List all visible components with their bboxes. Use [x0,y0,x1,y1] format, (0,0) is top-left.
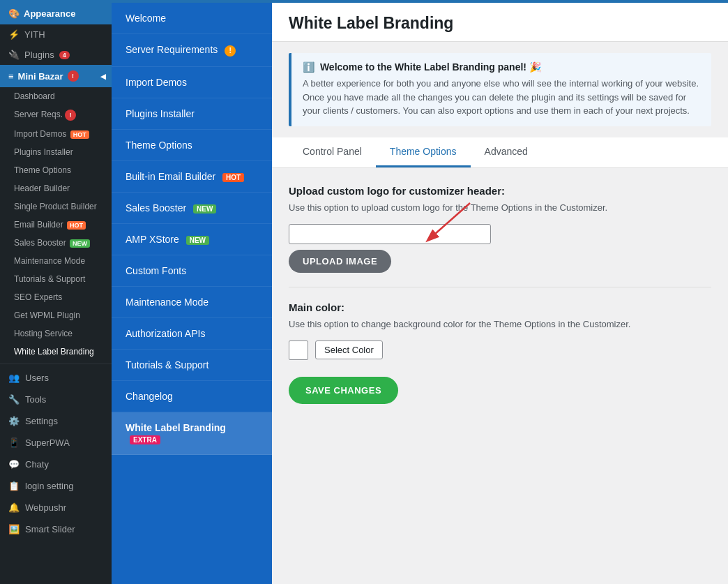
minibazar-icon: ≡ [8,71,14,82]
tab-advanced[interactable]: Advanced [471,137,542,167]
yith-icon: ⚡ [8,29,20,40]
sidebar-item-login-setting[interactable]: 📋 login setting [0,475,112,497]
sidebar-item-smart-slider[interactable]: 🖼️ Smart Slider [0,518,112,540]
import-demos-badge: HOT [70,130,89,139]
sidebar-item-tools[interactable]: 🔧 Tools [0,389,112,410]
tab-control-panel[interactable]: Control Panel [289,137,376,167]
sidebar-item-plugins[interactable]: 🔌 Plugins 4 [0,45,112,65]
sidebar-item-chaty[interactable]: 💬 Chaty [0,454,112,475]
main-header: White Label Branding [272,3,728,42]
middle-item-amp-xstore[interactable]: AMP XStore NEW [112,224,272,255]
server-reqs-badge: ! [65,110,76,121]
sidebar-item-dashboard[interactable]: Dashboard [0,87,112,105]
sidebar-divider-1 [0,364,112,364]
sidebar-item-yith[interactable]: ⚡ YITH [0,24,112,45]
appearance-label: Appearance [24,8,75,19]
webpushr-label: Webpushr [25,502,66,513]
server-req-exclamation: ! [225,45,236,57]
section-divider [289,287,711,287]
login-icon: 📋 [8,481,20,491]
settings-label: Settings [25,416,58,426]
sidebar-appearance-header[interactable]: 🎨 Appearance [0,3,112,24]
sidebar-item-superpwa[interactable]: 📱 SuperPWA [0,432,112,454]
yith-label: YITH [24,29,45,40]
upload-section-desc: Use this option to upload custom logo fo… [289,202,711,213]
smart-slider-icon: 🖼️ [8,524,20,534]
color-section-title: Main color: [289,301,711,313]
color-swatch[interactable] [289,340,308,360]
middle-item-server-requirements[interactable]: Server Requirements ! [112,34,272,67]
color-picker-row: Select Color [289,340,711,360]
sidebar-item-tutorials[interactable]: Tutorials & Support [0,270,112,288]
plugins-badge: 4 [59,51,70,59]
middle-item-plugins-installer[interactable]: Plugins Installer [112,98,272,130]
superpwa-icon: 📱 [8,437,20,448]
tools-label: Tools [25,394,46,405]
sidebar-item-server-reqs[interactable]: Server Reqs. ! [0,105,112,125]
sidebar-item-import-demos[interactable]: Import Demos HOT [0,125,112,143]
notice-info-icon: ℹ️ [303,61,314,73]
tab-theme-options[interactable]: Theme Options [376,137,471,167]
upload-section-title: Upload custom logo for customizer header… [289,185,711,197]
sidebar-item-users[interactable]: 👥 Users [0,367,112,389]
sidebar-item-sales-booster[interactable]: Sales Booster NEW [0,234,112,252]
sidebar-item-hosting[interactable]: Hosting Service [0,324,112,343]
sidebar-mini-bazar[interactable]: ≡ Mini Bazar ! [0,65,112,87]
upload-image-button[interactable]: UPLOAD IMAGE [289,250,391,273]
sidebar-item-plugins-installer[interactable]: Plugins Installer [0,143,112,161]
sidebar-item-seo-experts[interactable]: SEO Experts [0,288,112,306]
sidebar-item-white-label[interactable]: White Label Branding [0,343,112,361]
middle-item-theme-options[interactable]: Theme Options [112,130,272,161]
upload-section: Upload custom logo for customizer header… [289,185,711,273]
middle-item-maintenance-mode[interactable]: Maintenance Mode [112,287,272,318]
tools-icon: 🔧 [8,394,20,405]
middle-item-custom-fonts[interactable]: Custom Fonts [112,255,272,287]
upload-url-input[interactable] [289,224,491,244]
color-section: Main color: Use this option to change ba… [289,301,711,360]
sidebar-sub-items: Dashboard Server Reqs. ! Import Demos HO… [0,87,112,361]
middle-panel: Welcome Server Requirements ! Import Dem… [112,3,272,584]
appearance-icon: 🎨 [8,8,20,19]
email-builder-badge: HOT [67,221,86,230]
middle-item-changelog[interactable]: Changelog [112,381,272,412]
save-changes-button[interactable]: SAVE CHANGES [289,377,398,404]
middle-item-sales-booster[interactable]: Sales Booster NEW [112,193,272,224]
users-icon: 👥 [8,373,20,383]
color-section-desc: Use this option to change background col… [289,319,711,329]
webpushr-icon: 🔔 [8,502,20,513]
middle-item-welcome[interactable]: Welcome [112,3,272,34]
sidebar-item-email-builder[interactable]: Email Builder HOT [0,216,112,234]
chaty-label: Chaty [25,459,49,470]
minibazar-label: Mini Bazar [18,71,63,82]
main-content: White Label Branding ℹ️ Welcome to the W… [272,3,728,584]
sidebar-item-header-builder[interactable]: Header Builder [0,179,112,197]
minibazar-badge: ! [68,70,79,82]
sidebar-item-settings[interactable]: ⚙️ Settings [0,410,112,432]
email-builder-badge-middle: HOT [222,173,244,182]
sales-booster-badge-middle: NEW [193,204,216,214]
middle-item-authorization-apis[interactable]: Authorization APIs [112,318,272,350]
sidebar-item-maintenance-mode[interactable]: Maintenance Mode [0,252,112,270]
users-label: Users [25,373,49,383]
middle-item-white-label[interactable]: White Label Branding EXTRA [112,412,272,455]
chaty-icon: 💬 [8,459,20,470]
plugins-label: Plugins [24,50,54,60]
settings-icon: ⚙️ [8,416,20,426]
sidebar-item-wpml[interactable]: Get WPML Plugin [0,306,112,324]
tabs-row: Control Panel Theme Options Advanced [272,137,728,168]
welcome-notice: ℹ️ Welcome to the White Label Branding p… [289,53,711,126]
sidebar-item-theme-options[interactable]: Theme Options [0,161,112,179]
sidebar-item-single-product[interactable]: Single Product Builder [0,197,112,216]
white-label-badge: EXTRA [130,435,160,444]
amp-badge: NEW [186,236,209,245]
content-area: Upload custom logo for customizer header… [272,168,728,421]
select-color-button[interactable]: Select Color [315,340,383,359]
login-label: login setting [25,481,73,491]
middle-item-email-builder[interactable]: Built-in Email Builder HOT [112,161,272,193]
smart-slider-label: Smart Slider [25,524,75,534]
middle-item-tutorials-support[interactable]: Tutorials & Support [112,350,272,381]
middle-item-import-demos[interactable]: Import Demos [112,67,272,98]
sidebar-item-webpushr[interactable]: 🔔 Webpushr [0,497,112,518]
page-title: White Label Branding [289,14,711,33]
plugins-icon: 🔌 [8,50,20,60]
